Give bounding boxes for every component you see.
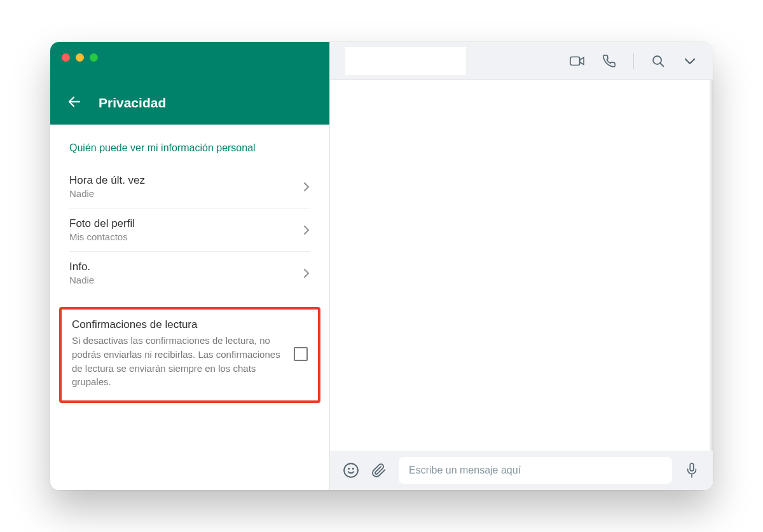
back-button[interactable]	[65, 93, 83, 111]
video-call-button[interactable]	[570, 53, 585, 69]
search-button[interactable]	[650, 53, 666, 69]
section-heading-personal-info: Quién puede ver mi información personal	[50, 125, 329, 165]
privacy-item-value: Nadie	[69, 275, 94, 285]
menu-button[interactable]	[682, 53, 698, 69]
window-minimize-button[interactable]	[76, 53, 84, 62]
privacy-item-profile-photo[interactable]: Foto del perfil Mis contactos	[69, 208, 310, 252]
svg-rect-7	[690, 463, 694, 471]
phone-icon	[602, 54, 616, 68]
attach-button[interactable]	[371, 462, 387, 479]
chevron-right-icon	[303, 224, 310, 236]
privacy-item-value: Mis contactos	[69, 231, 135, 242]
paperclip-icon	[371, 463, 387, 478]
read-receipts-title: Confirmaciones de lectura	[72, 318, 286, 331]
read-receipts-description: Si desactivas las confirmaciones de lect…	[72, 334, 286, 389]
window-close-button[interactable]	[62, 53, 70, 62]
chat-panel	[330, 42, 713, 490]
svg-rect-1	[570, 57, 580, 65]
search-icon	[651, 54, 665, 68]
svg-point-6	[353, 468, 354, 469]
emoji-button[interactable]	[343, 462, 359, 479]
chat-body[interactable]	[330, 80, 713, 451]
chevron-down-icon	[684, 57, 696, 65]
message-input[interactable]	[399, 457, 672, 484]
composer	[330, 451, 713, 490]
privacy-item-value: Nadie	[69, 188, 145, 199]
chevron-right-icon	[303, 181, 310, 193]
voice-call-button[interactable]	[601, 53, 617, 69]
voice-message-button[interactable]	[684, 462, 700, 479]
svg-point-4	[344, 463, 358, 477]
read-receipts-checkbox[interactable]	[294, 347, 308, 361]
privacy-item-label: Info.	[69, 261, 94, 273]
header-divider	[633, 53, 634, 69]
privacy-item-label: Hora de últ. vez	[69, 174, 145, 187]
privacy-panel: Privacidad Quién puede ver mi informació…	[50, 42, 330, 490]
svg-point-5	[348, 468, 349, 469]
microphone-icon	[685, 462, 699, 479]
window-fullscreen-button[interactable]	[90, 53, 98, 62]
read-receipts-section: Confirmaciones de lectura Si desactivas …	[59, 307, 320, 403]
privacy-title: Privacidad	[99, 95, 166, 111]
arrow-left-icon	[67, 94, 82, 109]
chevron-right-icon	[303, 268, 310, 279]
chat-contact-placeholder	[345, 47, 466, 75]
window-traffic-lights	[62, 53, 98, 62]
privacy-item-last-seen[interactable]: Hora de últ. vez Nadie	[69, 165, 310, 208]
privacy-item-about[interactable]: Info. Nadie	[69, 252, 310, 294]
privacy-item-label: Foto del perfil	[69, 217, 135, 230]
video-icon	[570, 55, 585, 67]
smiley-icon	[343, 462, 359, 479]
chat-header	[330, 42, 713, 80]
app-window: Privacidad Quién puede ver mi informació…	[50, 42, 713, 490]
svg-line-3	[660, 63, 663, 66]
